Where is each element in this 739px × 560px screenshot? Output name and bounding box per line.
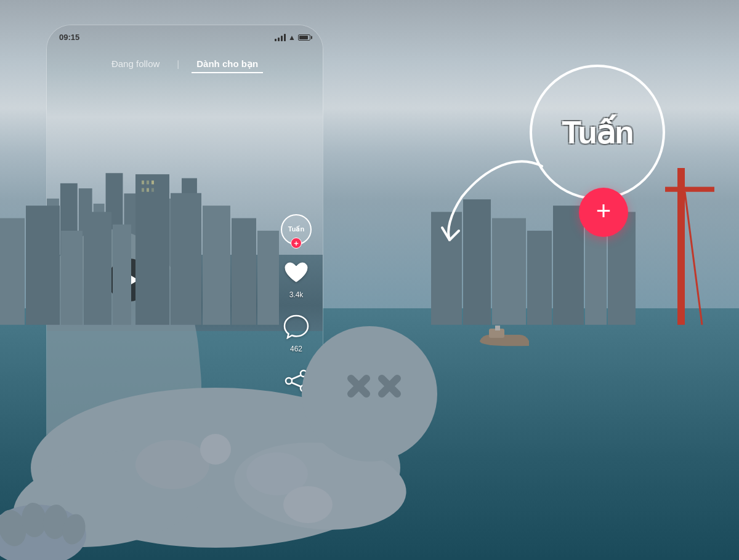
svg-point-44 xyxy=(283,486,333,523)
tab-following[interactable]: Đang follow xyxy=(107,56,164,73)
kaws-sculpture xyxy=(0,129,462,560)
status-icons: ▲ xyxy=(275,33,310,42)
wifi-icon: ▲ xyxy=(288,33,296,42)
tugboat-svg xyxy=(477,322,532,347)
signal-bar-3 xyxy=(281,36,283,41)
svg-rect-15 xyxy=(585,225,607,325)
large-follow-button[interactable]: + xyxy=(579,188,628,237)
svg-rect-27 xyxy=(495,326,500,330)
battery-icon xyxy=(298,34,310,41)
status-bar: 09:15 ▲ xyxy=(59,33,310,42)
signal-bar-1 xyxy=(275,39,277,41)
signal-bar-4 xyxy=(284,34,286,41)
svg-point-41 xyxy=(135,440,209,489)
status-time: 09:15 xyxy=(59,33,79,42)
nav-tabs: Đang follow | Dành cho bạn xyxy=(47,56,323,73)
tab-for-you[interactable]: Dành cho bạn xyxy=(192,56,263,73)
signal-bar-2 xyxy=(278,38,280,41)
large-avatar-text: Tuấn xyxy=(562,114,632,151)
battery-fill xyxy=(299,36,308,39)
svg-line-19 xyxy=(685,192,702,325)
tab-divider: | xyxy=(177,56,179,73)
svg-point-43 xyxy=(200,434,231,465)
signal-icon xyxy=(275,34,286,41)
svg-rect-18 xyxy=(665,187,714,192)
annotation-arrow xyxy=(437,148,560,246)
large-plus-icon: + xyxy=(596,198,612,224)
